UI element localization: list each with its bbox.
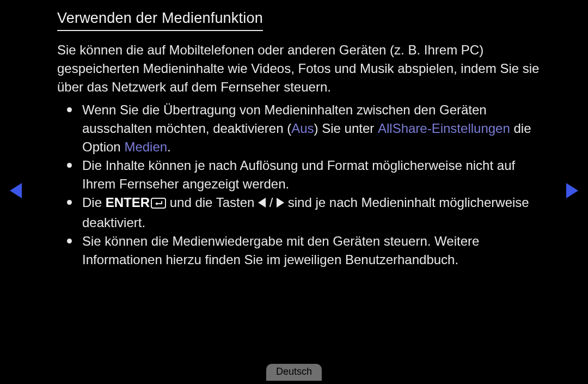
enter-label: ENTER [106,195,150,210]
text: / [266,195,277,210]
highlight-allshare: AllShare-Einstellungen [378,121,510,136]
highlight-aus: Aus [291,121,314,136]
language-indicator: Deutsch [266,364,322,381]
highlight-medien: Medien [124,139,167,154]
text: ) Sie unter [314,121,378,136]
list-item: Sie können die Medienwiedergabe mit den … [80,232,542,269]
intro-paragraph: Sie können die auf Mobiltelefonen oder a… [57,41,542,96]
bullet-list: Wenn Sie die Übertragung von Medieninhal… [57,101,542,269]
text: Die [82,195,106,210]
prev-page-arrow[interactable] [10,183,22,198]
text: Sie können die Medienwiedergabe mit den … [82,234,479,267]
text: und die Tasten [166,195,258,210]
list-item: Die ENTER und die Tasten / sind je nach … [80,193,542,232]
list-item: Wenn Sie die Übertragung von Medieninhal… [80,101,542,156]
text: Die Inhalte können je nach Auflösung und… [82,158,515,191]
manual-page: Verwenden der Medienfunktion Sie können … [57,10,542,269]
enter-icon [151,195,166,214]
left-triangle-icon [258,198,266,208]
right-triangle-icon [277,198,284,208]
list-item: Die Inhalte können je nach Auflösung und… [80,156,542,193]
next-page-arrow[interactable] [566,183,578,198]
page-title: Verwenden der Medienfunktion [57,10,263,31]
text: . [167,139,171,154]
